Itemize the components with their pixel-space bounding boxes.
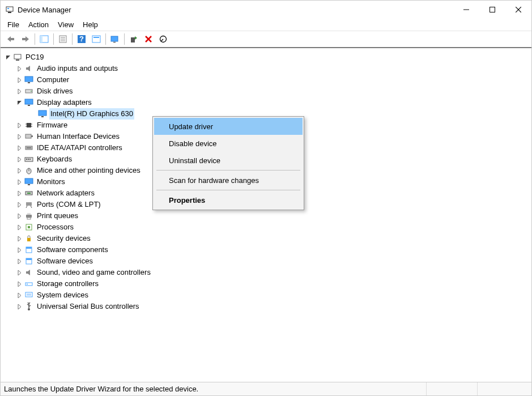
tree-node-label: Security devices (36, 233, 92, 244)
svg-rect-21 (131, 37, 135, 42)
security-icon (24, 234, 33, 243)
tree-node-print-queues[interactable]: Print queues (3, 210, 529, 222)
expand-icon[interactable] (15, 246, 23, 254)
tree-node-label: Firmware (36, 120, 69, 131)
hid-icon (24, 132, 33, 141)
back-button[interactable] (4, 32, 18, 46)
expand-icon[interactable] (15, 178, 23, 186)
svg-rect-51 (28, 184, 30, 185)
forward-button[interactable] (19, 32, 32, 46)
expand-icon[interactable] (15, 76, 23, 84)
svg-rect-8 (22, 38, 25, 40)
window-controls (453, 1, 531, 19)
help-button[interactable]: ? (75, 32, 88, 46)
expand-icon[interactable] (15, 212, 23, 220)
ide-icon (24, 143, 33, 152)
ctx-properties[interactable]: Properties (154, 191, 303, 208)
uninstall-button[interactable] (142, 32, 155, 46)
close-button[interactable] (505, 1, 531, 19)
tree-node-computer[interactable]: Computer (3, 74, 529, 86)
svg-rect-64 (26, 258, 32, 260)
tree-node-software-devices[interactable]: Software devices (3, 256, 529, 267)
expand-icon[interactable] (15, 269, 23, 276)
properties-button[interactable] (56, 32, 70, 46)
expand-icon[interactable] (15, 121, 23, 129)
expand-icon[interactable] (15, 133, 23, 140)
tree-node-software-components[interactable]: Software components (3, 244, 529, 256)
svg-rect-34 (41, 116, 44, 117)
expand-icon[interactable] (15, 167, 23, 174)
tree-node-sound-video-and-game-controllers[interactable]: Sound, video and game controllers (3, 267, 529, 278)
ctx-update-driver[interactable]: Update driver (154, 118, 303, 135)
expand-icon[interactable] (15, 280, 23, 288)
svg-rect-4 (490, 7, 495, 12)
expand-icon[interactable] (15, 235, 23, 242)
collapse-icon[interactable] (15, 99, 23, 107)
minimize-button[interactable] (453, 1, 479, 19)
svg-rect-50 (25, 178, 33, 184)
menu-file[interactable]: File (3, 19, 24, 30)
expand-icon[interactable] (15, 144, 23, 152)
menubar: File Action View Help (1, 19, 531, 31)
tree-node-display-adapters[interactable]: Display adapters (3, 97, 529, 108)
tree-node-security-devices[interactable]: Security devices (3, 233, 529, 244)
update-driver-button[interactable] (127, 32, 141, 46)
tree-node-processors[interactable]: Processors (3, 222, 529, 233)
storage-icon (24, 279, 33, 288)
svg-rect-28 (28, 82, 30, 83)
tree-node-system-devices[interactable]: System devices (3, 289, 529, 301)
expand-icon[interactable] (15, 201, 23, 208)
tree-node-disk-drives[interactable]: Disk drives (3, 86, 529, 97)
ctx-scan-hardware[interactable]: Scan for hardware changes (154, 172, 303, 189)
svg-rect-40 (25, 134, 31, 138)
expand-icon[interactable] (15, 223, 23, 231)
tree-node-label: Print queues (36, 210, 79, 222)
maximize-button[interactable] (479, 1, 505, 19)
expand-icon[interactable] (15, 155, 23, 163)
svg-rect-17 (92, 36, 100, 42)
app-icon (5, 5, 14, 14)
tree-node-label: Storage controllers (36, 278, 100, 289)
expand-icon[interactable] (15, 303, 23, 310)
collapse-icon[interactable] (4, 53, 12, 61)
svg-rect-68 (27, 293, 31, 296)
menu-view[interactable]: View (53, 19, 78, 30)
speaker-icon (24, 64, 33, 73)
ctx-disable-device[interactable]: Disable device (154, 135, 303, 152)
svg-rect-43 (27, 147, 31, 148)
device-tree[interactable]: PC19Audio inputs and outputsComputerDisk… (1, 48, 531, 382)
expand-icon[interactable] (15, 65, 23, 73)
expand-icon[interactable] (15, 87, 23, 95)
toolbar-separator (72, 33, 73, 45)
menu-help[interactable]: Help (78, 19, 103, 30)
svg-rect-57 (27, 218, 31, 219)
svg-rect-47 (29, 159, 31, 160)
tree-node-root[interactable]: PC19 (3, 52, 529, 63)
svg-point-66 (27, 284, 28, 285)
tree-node-label: IDE ATA/ATAPI controllers (36, 142, 124, 154)
action-button[interactable] (90, 32, 103, 46)
tree-node-audio-inputs-and-outputs[interactable]: Audio inputs and outputs (3, 63, 529, 74)
printer-icon (24, 211, 33, 220)
tree-node-storage-controllers[interactable]: Storage controllers (3, 278, 529, 289)
disk-icon (24, 87, 33, 96)
disable-button[interactable] (156, 32, 170, 46)
system-icon (24, 291, 33, 300)
expand-icon[interactable] (15, 189, 23, 197)
tree-node-label: Display adapters (36, 97, 93, 108)
tree-node-universal-serial-bus-controllers[interactable]: Universal Serial Bus controllers (3, 301, 529, 312)
expand-icon[interactable] (15, 257, 23, 265)
scan-hardware-button[interactable] (108, 32, 122, 46)
software-icon (24, 257, 33, 266)
svg-rect-25 (14, 54, 21, 59)
expand-icon[interactable] (15, 291, 23, 299)
port-icon (24, 200, 33, 209)
show-hide-tree-button[interactable] (37, 32, 51, 46)
svg-rect-32 (28, 105, 30, 106)
toolbar-separator (105, 33, 106, 45)
status-cell (477, 382, 528, 395)
tree-node-label: Intel(R) HD Graphics 630 (49, 108, 134, 120)
ctx-uninstall-device[interactable]: Uninstall device (154, 152, 303, 169)
menu-action[interactable]: Action (24, 19, 53, 30)
context-menu: Update driver Disable device Uninstall d… (152, 116, 304, 210)
